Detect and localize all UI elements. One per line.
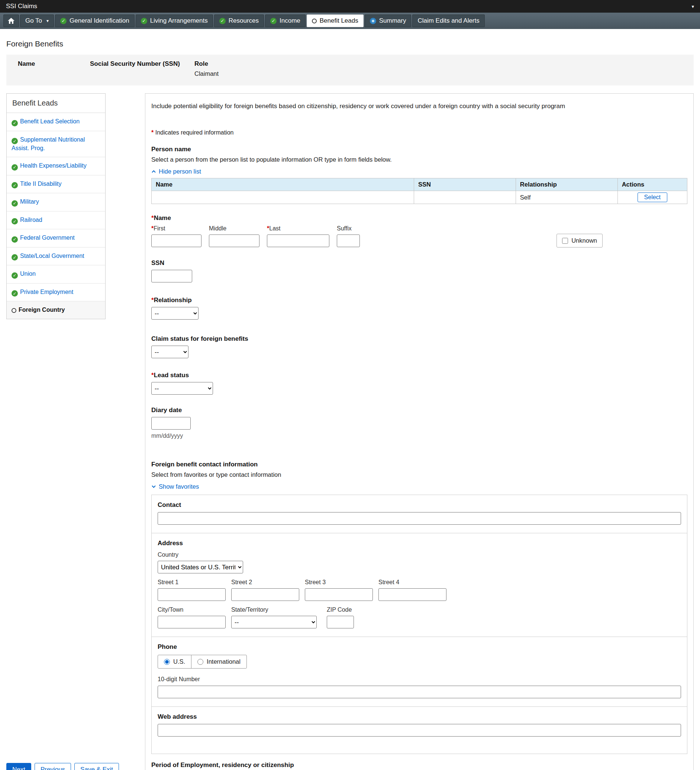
app-title-bar: SSI Claims ▾ [0, 0, 700, 13]
street4-input[interactable] [378, 588, 446, 601]
col-header-actions: Actions [617, 178, 687, 191]
city-label: City/Town [158, 607, 226, 613]
claimant-name-label: Name [18, 60, 90, 68]
check-icon: ✓ [141, 18, 147, 24]
next-button[interactable]: Next [6, 763, 31, 770]
home-button[interactable] [3, 15, 19, 27]
phone-international-radio[interactable] [198, 659, 203, 665]
street4-label: Street 4 [378, 579, 446, 586]
check-icon: ✓ [11, 290, 18, 296]
hide-person-list-link[interactable]: Hide person list [151, 168, 201, 175]
phone-number-input[interactable] [158, 686, 681, 698]
select-person-button[interactable]: Select [638, 192, 667, 202]
suffix-label: Suffix [337, 225, 360, 232]
check-icon: ✓ [11, 218, 18, 225]
contact-input[interactable] [158, 512, 681, 525]
tab-summary[interactable]: Summary [365, 15, 412, 27]
last-name-input[interactable] [267, 235, 329, 247]
check-icon: ✓ [11, 200, 18, 207]
phone-us-option[interactable]: U.S. [158, 655, 191, 668]
caret-down-icon: ▾ [47, 18, 49, 23]
street2-label: Street 2 [231, 579, 299, 586]
street1-label: Street 1 [158, 579, 226, 586]
previous-button[interactable]: Previous [34, 763, 71, 770]
home-icon [8, 18, 15, 24]
claimant-role-value: Claimant [194, 70, 219, 77]
person-ssn-cell [414, 191, 516, 204]
tab-general-identification[interactable]: ✓ General Identification [55, 15, 134, 27]
sidebar-item-federal-government[interactable]: ✓Federal Government [7, 229, 105, 247]
phone-international-option[interactable]: International [191, 655, 246, 668]
country-select[interactable]: United States or U.S. Territory [158, 561, 243, 573]
in-progress-icon [370, 18, 376, 24]
phone-us-radio[interactable] [164, 659, 170, 665]
tab-income[interactable]: ✓ Income [265, 15, 306, 27]
tab-resources[interactable]: ✓ Resources [214, 15, 264, 27]
period-heading: Period of Employment, residency or citiz… [151, 762, 687, 769]
city-input[interactable] [158, 616, 226, 628]
first-name-input[interactable] [151, 235, 201, 247]
diary-date-input[interactable] [151, 417, 191, 430]
check-icon: ✓ [11, 138, 18, 144]
street2-input[interactable] [231, 588, 299, 601]
claimant-ssn-label: Social Security Number (SSN) [90, 60, 194, 68]
claimant-role-label: Role [194, 60, 219, 68]
tab-living-arrangements[interactable]: ✓ Living Arrangements [136, 15, 213, 27]
sidebar-item-private-employment[interactable]: ✓Private Employment [7, 283, 105, 302]
sidebar-item-health-expenses[interactable]: ✓Health Expenses/Liability [7, 157, 105, 175]
contact-info-instruction: Select from favorites or type contact in… [151, 471, 687, 478]
circle-icon [312, 19, 317, 23]
phone-heading: Phone [158, 643, 681, 651]
tab-claim-edits-and-alerts[interactable]: Claim Edits and Alerts [412, 15, 484, 27]
sidebar-item-military[interactable]: ✓Military [7, 193, 105, 212]
web-address-input[interactable] [158, 724, 681, 736]
middle-name-input[interactable] [209, 235, 259, 247]
col-header-name: Name [152, 178, 414, 191]
check-icon: ✓ [11, 272, 18, 279]
col-header-relationship: Relationship [515, 178, 617, 191]
menu-caret-icon[interactable]: ▾ [692, 4, 694, 9]
goto-button[interactable]: Go To ▾ [20, 15, 54, 27]
claimant-header: Name Social Security Number (SSN) Role C… [6, 55, 694, 86]
tab-benefit-leads[interactable]: Benefit Leads [307, 15, 364, 27]
sidebar-item-supplemental-nutritional[interactable]: ✓Supplemental Nutritional Assist. Prog. [7, 131, 105, 158]
unknown-label: Unknown [571, 237, 597, 244]
check-icon: ✓ [11, 254, 18, 260]
street3-input[interactable] [305, 588, 373, 601]
person-relationship-cell: Self [515, 191, 617, 204]
suffix-input[interactable] [337, 235, 360, 247]
address-section: Address Country United States or U.S. Te… [152, 533, 687, 637]
circle-icon [11, 308, 16, 313]
ssn-input[interactable] [151, 270, 192, 282]
unknown-checkbox[interactable] [562, 238, 568, 244]
claim-status-select[interactable]: -- [151, 346, 188, 358]
first-name-label: *First [151, 225, 201, 232]
sidebar-item-benefit-lead-selection[interactable]: ✓Benefit Lead Selection [7, 113, 105, 131]
save-and-exit-button[interactable]: Save & Exit [75, 763, 119, 770]
page-title: Foreign Benefits [6, 39, 700, 48]
contact-label: Contact [158, 501, 681, 509]
zip-input[interactable] [327, 616, 354, 628]
benefit-leads-sidebar: Benefit Leads ✓Benefit Lead Selection ✓S… [6, 93, 105, 319]
check-icon: ✓ [60, 18, 66, 24]
sidebar-item-union[interactable]: ✓Union [7, 265, 105, 283]
state-select[interactable]: -- [231, 616, 317, 628]
check-icon: ✓ [11, 236, 18, 243]
check-icon: ✓ [270, 18, 277, 24]
show-favorites-link[interactable]: Show favorites [151, 483, 199, 490]
contact-info-box: Contact Address Country United States or… [151, 495, 687, 754]
sidebar-item-railroad[interactable]: ✓Railroad [7, 212, 105, 230]
sidebar-item-state-local-government[interactable]: ✓State/Local Government [7, 247, 105, 266]
phone-section: Phone U.S. International 10-digit Number [152, 637, 687, 707]
chevron-down-icon [151, 485, 156, 488]
street1-input[interactable] [158, 588, 226, 601]
lead-status-select[interactable]: -- [151, 382, 213, 395]
col-header-ssn: SSN [414, 178, 516, 191]
sidebar-item-title-ii-disability[interactable]: ✓Title II Disability [7, 175, 105, 194]
last-name-label: *Last [267, 225, 329, 232]
state-label: State/Territory [231, 607, 317, 613]
check-icon: ✓ [11, 164, 18, 171]
sidebar-item-foreign-country[interactable]: Foreign Country [7, 301, 105, 319]
relationship-select[interactable]: -- [151, 307, 199, 320]
name-fields-row: *First Middle *Last Suffix Unknown [151, 225, 687, 247]
